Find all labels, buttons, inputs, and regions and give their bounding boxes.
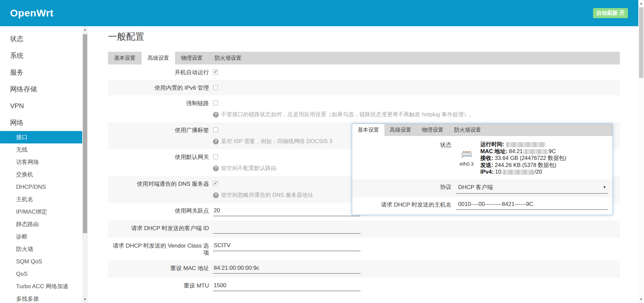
sidebar-subitem-qos[interactable]: QoS: [0, 268, 82, 280]
auto-refresh-toggle-button[interactable]: 自动刷新 开: [593, 8, 628, 18]
ipv6-management-checkbox[interactable]: [213, 85, 218, 90]
field-label: 请求 DHCP 时发送的主机名: [352, 201, 456, 208]
sidebar-subitem-switch[interactable]: 交换机: [0, 168, 82, 181]
top-header-bar: OpenWrt 自动刷新 开: [0, 0, 644, 26]
sidebar-item-vpn[interactable]: VPN: [0, 97, 82, 114]
sidebar-item-system[interactable]: 系统: [0, 47, 82, 64]
help-icon: ?: [213, 112, 219, 118]
protocol-selected-value: DHCP 客户端: [458, 184, 493, 190]
popup-tab-physical-settings[interactable]: 物理设置: [417, 124, 449, 136]
bring-up-on-boot-checkbox[interactable]: [213, 70, 218, 75]
help-text: 留空则不配置默认路由: [221, 165, 276, 172]
sidebar-item-network[interactable]: 网络: [0, 114, 82, 131]
scroll-up-icon[interactable]: ▲: [638, 1, 644, 6]
tab-advanced-settings[interactable]: 高级设置: [142, 52, 175, 64]
redacted-pixelation: [525, 149, 547, 154]
scroll-up-icon[interactable]: ▲: [82, 27, 88, 33]
override-mtu-input[interactable]: [213, 282, 361, 291]
openwrt-logo: OpenWrt: [10, 0, 54, 26]
interface-name: eth0.3: [456, 161, 477, 167]
status-line-uptime: 运行时间:: [480, 141, 566, 148]
tab-firewall-settings[interactable]: 防火墙设置: [209, 52, 248, 64]
redacted-pixelation: [503, 170, 534, 175]
form-row-vendor-class: 请求 DHCP 时发送的 Vendor Class 选项: [108, 238, 620, 260]
broadcast-flag-checkbox[interactable]: [213, 127, 218, 132]
field-label: 使用内置的 IPv6 管理: [108, 84, 213, 91]
sidebar-item-services[interactable]: 服务: [0, 64, 82, 81]
sidebar-subitem-ip-mac-binding[interactable]: IP/MAC绑定: [0, 206, 82, 218]
popup-row-protocol: 协议 DHCP 客户端 ▼: [352, 179, 612, 197]
form-row-override-mac: 重设 MAC 地址: [108, 260, 620, 278]
force-link-checkbox[interactable]: [213, 100, 218, 105]
page-scrollbar-thumb[interactable]: [639, 7, 643, 78]
peer-dns-checkbox[interactable]: [213, 181, 218, 186]
protocol-select[interactable]: DHCP 客户端 ▼: [456, 183, 608, 194]
interface-status-text: 运行时间: MAC 地址: 84:21::9C 接收: 33.64 GB (24…: [480, 141, 566, 175]
field-label: 状态: [352, 141, 456, 148]
scroll-down-icon[interactable]: ▼: [82, 297, 88, 302]
interface-config-tabbar: 基本设置 高级设置 物理设置 防火墙设置: [108, 52, 620, 64]
tab-general-settings[interactable]: 基本设置: [108, 52, 142, 64]
sidebar-subitem-turbo-acc[interactable]: Turbo ACC 网络加速: [0, 280, 82, 293]
sidebar-subitem-multiwan[interactable]: 多线多拨: [0, 293, 82, 303]
sidebar-item-nas[interactable]: 网络存储: [0, 81, 82, 97]
form-row-bring-up-on-boot: 开机自动运行: [108, 64, 620, 80]
field-label: 请求 DHCP 时发送的客户端 ID: [108, 224, 213, 232]
help-icon: ?: [213, 139, 219, 144]
page-scrollbar[interactable]: ▲ ▼: [638, 0, 644, 303]
field-label: 使用默认网关: [108, 153, 213, 161]
popup-tab-advanced-settings[interactable]: 高级设置: [384, 124, 417, 136]
help-text: 某些 ISP 需要，例如：同轴线网络 DOCSIS 3: [221, 138, 332, 145]
popup-tab-firewall-settings[interactable]: 防火墙设置: [449, 124, 486, 136]
popup-row-status: 状态 eth0.3 运行时间:: [352, 136, 612, 179]
form-row-dhcp-client-id: 请求 DHCP 时发送的客户端 ID: [108, 220, 620, 238]
status-line-mac: MAC 地址: 84:21::9C: [480, 148, 566, 155]
field-label: 使用网关跃点: [108, 207, 213, 214]
gateway-metric-input[interactable]: [213, 207, 361, 216]
sidebar-subitem-dhcp-dns[interactable]: DHCP/DNS: [0, 181, 82, 193]
interface-badge: eth0.3: [456, 149, 477, 167]
field-label: 协议: [352, 183, 456, 190]
sidebar-item-status[interactable]: 状态: [0, 30, 82, 47]
sidebar-subitem-hostnames[interactable]: 主机名: [0, 193, 82, 206]
field-label: 开机自动运行: [108, 69, 213, 76]
help-text: 不管接口的链路状态如何，总是用应用设置（如果勾选，链路状态变更将不再触发 hot…: [221, 111, 475, 118]
form-row-force-link: 强制链路 ? 不管接口的链路状态如何，总是用应用设置（如果勾选，链路状态变更将不…: [108, 95, 620, 122]
field-help: ? 不管接口的链路状态如何，总是用应用设置（如果勾选，链路状态变更将不再触发 h…: [213, 111, 620, 118]
sidebar-subitem-guest-network[interactable]: 访客网络: [0, 156, 82, 168]
sidebar-subitem-sqm-qos[interactable]: SQM QoS: [0, 255, 82, 268]
scroll-down-icon[interactable]: ▼: [638, 297, 644, 302]
status-line-ipv4: IPv4: 10./20: [480, 168, 566, 175]
chevron-down-icon: ▼: [603, 185, 606, 189]
sidebar-subitem-static-routes[interactable]: 静态路由: [0, 218, 82, 230]
override-mac-input[interactable]: [213, 264, 361, 274]
field-label: 强制链路: [108, 99, 213, 107]
dhcp-hostname-input[interactable]: [456, 201, 608, 210]
page-title: 一般配置: [108, 31, 620, 42]
sidebar-nav: 状态 系统 服务 网络存储 VPN 网络 接口 无线 访客网络 交换机 DHCP…: [0, 26, 82, 303]
redacted-pixelation: [506, 142, 546, 147]
sidebar-subitem-firewall[interactable]: 防火墙: [0, 243, 82, 255]
ethernet-interface-icon: [460, 149, 474, 159]
status-line-rx: 接收: 33.64 GB (24476722 数据包): [480, 155, 566, 162]
field-label: 重设 MAC 地址: [108, 264, 213, 272]
sidebar-scrollbar[interactable]: ▲ ▼: [82, 26, 88, 303]
field-label: 重设 MTU: [108, 282, 213, 289]
sidebar-subitem-interfaces[interactable]: 接口: [0, 131, 82, 143]
vendor-class-input[interactable]: [213, 242, 361, 251]
default-gateway-checkbox[interactable]: [213, 154, 218, 159]
help-icon: ?: [213, 192, 219, 198]
popup-row-hostname: 请求 DHCP 时发送的主机名: [352, 197, 612, 215]
popup-tab-general-settings[interactable]: 基本设置: [352, 124, 384, 136]
sidebar-subitem-wireless[interactable]: 无线: [0, 143, 82, 156]
field-label: 使用对端通告的 DNS 服务器: [108, 180, 213, 187]
tab-physical-settings[interactable]: 物理设置: [175, 52, 209, 64]
dhcp-client-id-input[interactable]: [213, 224, 361, 234]
interface-quick-config-popup: 基本设置 高级设置 物理设置 防火墙设置 状态 eth0.3: [352, 124, 613, 215]
sidebar-subitem-diagnostics[interactable]: 诊断: [0, 230, 82, 243]
help-text: 留空则忽略所通告的 DNS 服务器地址: [221, 191, 313, 199]
field-label: 使用广播标签: [108, 126, 213, 134]
help-icon: ?: [213, 166, 219, 171]
status-line-tx: 发送: 244.26 KB (5378 数据包): [480, 162, 566, 169]
sidebar-scrollbar-thumb[interactable]: [83, 34, 87, 233]
